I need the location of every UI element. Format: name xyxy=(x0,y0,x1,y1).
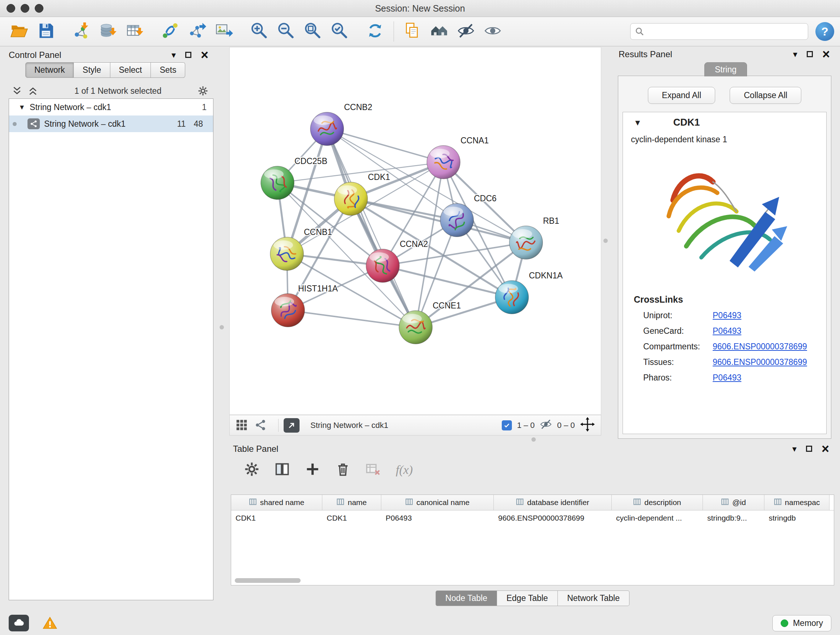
grid-view-icon[interactable] xyxy=(235,419,248,432)
table-cell[interactable]: CDK1 xyxy=(322,510,381,526)
export-network-button[interactable] xyxy=(186,20,209,43)
hidden-eye-icon[interactable] xyxy=(540,418,552,432)
tab-node-table[interactable]: Node Table xyxy=(436,591,497,606)
crosslink-link[interactable]: P06493 xyxy=(713,310,741,320)
expand-tree-icon[interactable] xyxy=(11,86,22,96)
selected-checkbox-icon[interactable] xyxy=(502,420,512,431)
panel-menu-icon[interactable]: ▾ xyxy=(172,51,176,59)
column-header-6[interactable]: namespac xyxy=(764,495,829,510)
edge-CDK1-RB1[interactable] xyxy=(351,199,526,242)
crosslink-link[interactable]: 9606.ENSP00000378699 xyxy=(713,357,807,367)
tab-network[interactable]: Network xyxy=(25,62,74,78)
horizontal-scrollbar[interactable] xyxy=(235,578,301,583)
share-network-icon[interactable] xyxy=(254,419,267,432)
add-column-plus-icon[interactable] xyxy=(305,461,321,478)
panel-float-icon[interactable] xyxy=(806,446,812,452)
panel-menu-icon[interactable]: ▾ xyxy=(792,445,797,453)
panel-float-icon[interactable] xyxy=(185,52,191,58)
node-CCNA1[interactable]: CCNA1 xyxy=(427,136,489,179)
panel-close-icon[interactable]: × xyxy=(822,49,830,60)
show-all-button[interactable] xyxy=(481,20,504,43)
tab-edge-table[interactable]: Edge Table xyxy=(497,591,558,606)
table-cell[interactable]: 9606.ENSP00000378699 xyxy=(494,510,612,526)
node-HIST1H1A[interactable]: HIST1H1A xyxy=(271,284,338,327)
open-session-button[interactable] xyxy=(8,20,31,43)
protein-structure-image xyxy=(652,150,797,283)
warning-icon[interactable] xyxy=(41,615,58,631)
tab-network-table[interactable]: Network Table xyxy=(558,591,630,606)
table-cell[interactable]: stringdb xyxy=(764,510,829,526)
table-cell[interactable]: P06493 xyxy=(381,510,494,526)
column-header-3[interactable]: database identifier xyxy=(494,495,612,510)
column-header-4[interactable]: description xyxy=(612,495,703,510)
crosslink-link[interactable]: P06493 xyxy=(713,373,741,383)
node-attribute-table[interactable]: shared namenamecanonical namedatabase id… xyxy=(231,494,834,585)
panel-menu-icon[interactable]: ▾ xyxy=(793,50,797,59)
crosslink-link[interactable]: 9606.ENSP00000378699 xyxy=(713,342,807,352)
open-in-new-window-button[interactable] xyxy=(284,418,300,432)
delete-column-trash-icon[interactable] xyxy=(335,461,351,478)
show-columns-icon[interactable] xyxy=(274,461,290,478)
close-window-button[interactable] xyxy=(6,4,15,13)
memory-button[interactable]: Memory xyxy=(772,615,831,631)
collapse-gene-icon[interactable]: ▾ xyxy=(635,117,640,128)
network-row[interactable]: String Network – cdk1 11 48 xyxy=(9,116,213,132)
disclosure-triangle-icon[interactable]: ▾ xyxy=(20,103,24,112)
zoom-selected-button[interactable] xyxy=(328,20,351,43)
panel-float-icon[interactable] xyxy=(807,51,813,57)
splitter-handle[interactable] xyxy=(531,437,536,442)
splitter-handle[interactable] xyxy=(603,239,608,243)
import-table-button[interactable] xyxy=(123,20,147,43)
column-header-5[interactable]: @id xyxy=(703,495,764,510)
fit-content-crosshair-icon[interactable] xyxy=(580,417,595,434)
table-cell[interactable]: cyclin-dependent ... xyxy=(612,510,703,526)
panel-close-icon[interactable]: × xyxy=(201,50,208,60)
copy-button[interactable] xyxy=(401,20,424,43)
node-RB1[interactable]: RB1 xyxy=(509,216,559,259)
expand-all-button[interactable]: Expand All xyxy=(648,87,715,104)
new-network-button[interactable] xyxy=(159,20,182,43)
tab-style[interactable]: Style xyxy=(74,62,110,78)
collapse-tree-icon[interactable] xyxy=(27,86,38,96)
import-network-button[interactable] xyxy=(70,20,93,43)
string-home-button[interactable] xyxy=(428,20,451,43)
help-button[interactable]: ? xyxy=(815,22,834,41)
table-settings-gear-icon[interactable] xyxy=(244,461,260,478)
export-image-button[interactable] xyxy=(212,20,235,43)
column-header-1[interactable]: name xyxy=(322,495,381,510)
crosslink-link[interactable]: P06493 xyxy=(713,326,741,336)
minimize-window-button[interactable] xyxy=(21,4,29,13)
save-session-button[interactable] xyxy=(34,20,57,43)
table-cell[interactable]: stringdb:9... xyxy=(703,510,764,526)
tab-select[interactable]: Select xyxy=(111,62,151,78)
splitter-handle[interactable] xyxy=(219,325,224,329)
zoom-in-button[interactable] xyxy=(248,20,271,43)
search-input[interactable] xyxy=(647,27,804,36)
node-CDKN1A[interactable]: CDKN1A xyxy=(495,271,563,314)
node-CCNE1[interactable]: CCNE1 xyxy=(399,301,461,344)
hide-selected-button[interactable] xyxy=(454,20,477,43)
table-row[interactable]: CDK1CDK1P064939606.ENSP00000378699cyclin… xyxy=(231,510,834,526)
cloud-icon[interactable] xyxy=(9,615,29,631)
gear-icon[interactable] xyxy=(197,86,208,96)
network-graph[interactable]: CCNB2CCNA1CDC25BCDK1CDC6RB1CCNB1CCNA2CDK… xyxy=(230,48,601,415)
tab-string[interactable]: String xyxy=(704,62,747,76)
edge-CCNB2-CCNE1[interactable] xyxy=(327,129,416,327)
panel-close-icon[interactable]: × xyxy=(821,444,829,454)
network-collection-row[interactable]: ▾ String Network – cdk1 1 xyxy=(9,99,213,116)
tab-sets[interactable]: Sets xyxy=(151,62,185,78)
zoom-window-button[interactable] xyxy=(35,4,43,13)
function-builder-icon[interactable]: f(x) xyxy=(396,463,413,477)
table-cell[interactable]: CDK1 xyxy=(231,510,322,526)
zoom-fit-button[interactable] xyxy=(302,20,325,43)
search-box[interactable] xyxy=(630,23,808,40)
column-header-0[interactable]: shared name xyxy=(231,495,322,510)
zoom-out-button[interactable] xyxy=(275,20,298,43)
collapse-all-button[interactable]: Collapse All xyxy=(729,87,801,104)
column-header-2[interactable]: canonical name xyxy=(381,495,494,510)
apply-layout-button[interactable] xyxy=(363,20,387,43)
import-database-button[interactable] xyxy=(96,20,120,43)
edge-CCNE1-HIST1H1A[interactable] xyxy=(288,310,416,327)
network-view-canvas[interactable]: CCNB2CCNA1CDC25BCDK1CDC6RB1CCNB1CCNA2CDK… xyxy=(229,47,601,415)
edge-CCNB2-CCNA1[interactable] xyxy=(327,129,444,162)
